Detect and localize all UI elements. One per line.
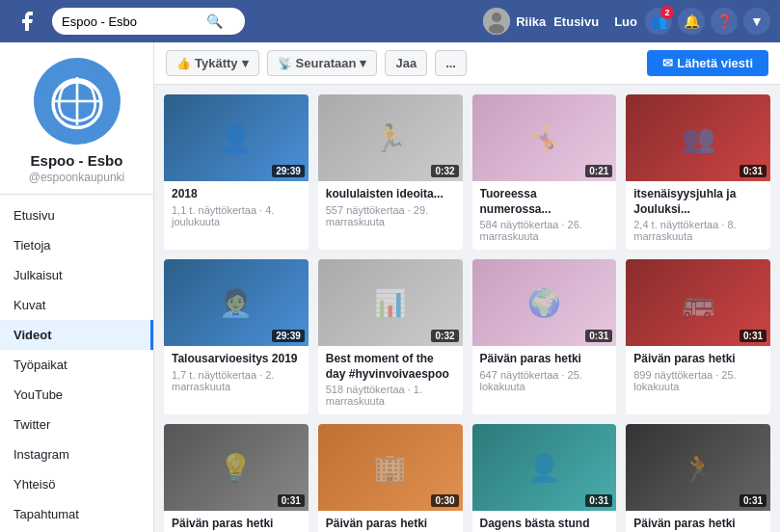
page-toolbar: 👍 Tykätty ▾ 📡 Seurataan ▾ Jaa ... ✉ Lähe… — [154, 42, 780, 85]
video-card[interactable]: 👤0:31Dagens bästa stund475 näyttökertaa … — [472, 424, 617, 532]
tykätty-label: Tykätty — [195, 56, 238, 70]
bell-icon: 🔔 — [684, 13, 700, 29]
sidebar-item-työpaikat[interactable]: Työpaikat — [0, 350, 153, 380]
facebook-logo[interactable] — [10, 4, 44, 39]
video-card[interactable]: 🏃0:31Päivän paras hetki914 näyttökertaa … — [626, 424, 770, 532]
avatar[interactable] — [483, 8, 510, 35]
video-info: Päivän paras hetki914 näyttökertaa · 25.… — [626, 511, 770, 532]
more-button[interactable]: ... — [435, 50, 467, 76]
question-icon: ❓ — [716, 13, 733, 29]
video-title: 2018 — [172, 187, 301, 202]
video-meta: 584 näyttökertaa · 26. marraskuuta — [480, 219, 609, 242]
video-info: Päivän paras hetki808 näyttökertaa · 25.… — [318, 511, 463, 532]
video-meta: 1,7 t. näyttökertaa · 2. marraskuuta — [172, 369, 301, 392]
sidebar-item-twitter[interactable]: Twitter — [0, 410, 153, 439]
video-info: Päivän paras hetki605 näyttökertaa · 25.… — [164, 511, 309, 532]
video-duration: 0:31 — [740, 165, 767, 177]
sidebar-item-tietoja[interactable]: Tietoja — [0, 230, 153, 260]
seurataan-button[interactable]: 📡 Seurataan ▾ — [267, 50, 378, 76]
video-title: Päivän paras hetki — [633, 517, 763, 532]
nav-etusivu[interactable]: Etusivu — [553, 14, 599, 29]
nav-luo[interactable]: Luo — [614, 14, 637, 29]
video-card[interactable]: 🤸0:21Tuoreessa numerossa...584 näyttöker… — [472, 94, 617, 250]
page-avatar[interactable] — [34, 58, 121, 145]
video-card[interactable]: 👥0:31itsenäisyysjuhla ja Jouluksi...2,4 … — [626, 94, 770, 250]
send-message-label: Lähetä viesti — [677, 56, 753, 70]
sidebar-item-kuvat[interactable]: Kuvat — [0, 290, 153, 320]
video-title: Tuoreessa numerossa... — [480, 187, 609, 217]
video-title: Best moment of the day #hyvinvoivaespoo — [326, 352, 455, 382]
video-meta: 647 näyttökertaa · 25. lokakuuta — [480, 369, 609, 392]
sidebar-item-videot[interactable]: Videot — [0, 320, 153, 350]
video-card[interactable]: 🌍0:31Päivän paras hetki647 näyttökertaa … — [472, 259, 617, 414]
sidebar-item-tapahtumat[interactable]: Tapahtumat — [0, 499, 153, 529]
chevron-down-icon: ▼ — [750, 13, 764, 29]
video-thumbnail: 🤸0:21 — [472, 94, 617, 181]
sidebar-item-youtube[interactable]: YouTube — [0, 380, 153, 410]
video-duration: 29:39 — [272, 330, 305, 342]
dropdown-icon2: ▾ — [360, 56, 366, 70]
video-title: itsenäisyysjuhla ja Jouluksi... — [633, 187, 763, 217]
video-meta: 518 näyttökertaa · 1. marraskuuta — [326, 384, 455, 407]
video-thumbnail: 👤0:31 — [472, 424, 617, 511]
more-label: ... — [445, 56, 456, 70]
video-info: koululaisten ideoita...557 näyttökertaa … — [318, 181, 463, 235]
video-info: Tuoreessa numerossa...584 näyttökertaa ·… — [472, 181, 617, 250]
video-thumbnail: 👤29:39 — [164, 94, 309, 181]
search-icon[interactable]: 🔍 — [206, 13, 223, 29]
video-card[interactable]: 🚌0:31Päivän paras hetki899 näyttökertaa … — [626, 259, 770, 414]
video-duration: 0:21 — [585, 165, 612, 177]
video-duration: 0:31 — [740, 494, 767, 507]
video-duration: 0:32 — [431, 330, 458, 342]
video-title: Päivän paras hetki — [326, 517, 455, 532]
video-card[interactable]: 🏢0:30Päivän paras hetki808 näyttökertaa … — [318, 424, 463, 532]
jaa-button[interactable]: Jaa — [385, 50, 427, 76]
video-card[interactable]: 🧑‍💼29:39Talousarvioesitys 20191,7 t. näy… — [164, 259, 309, 414]
sidebar-item-julkaisut[interactable]: Julkaisut — [0, 260, 153, 290]
video-thumbnail: 👥0:31 — [626, 94, 770, 181]
video-title: Päivän paras hetki — [633, 352, 763, 367]
content-area: 👍 Tykätty ▾ 📡 Seurataan ▾ Jaa ... ✉ Lähe… — [154, 42, 780, 532]
video-title: Talousarvioesitys 2019 — [172, 352, 301, 367]
sidebar-item-etusivu[interactable]: Etusivu — [0, 200, 153, 230]
nav-username[interactable]: Riika — [516, 14, 546, 29]
top-navigation: 🔍 Riika Etusivu Luo 👥 2 🔔 ❓ ▼ — [0, 0, 780, 42]
video-thumbnail: 📊0:32 — [318, 259, 463, 346]
video-duration: 0:32 — [431, 165, 458, 177]
video-thumbnail: 🏃0:31 — [626, 424, 770, 511]
video-card[interactable]: 💡0:31Päivän paras hetki605 näyttökertaa … — [164, 424, 309, 532]
nav-user: Riika — [483, 8, 546, 35]
video-thumbnail: 🏢0:30 — [318, 424, 463, 511]
rss-icon: 📡 — [278, 57, 292, 70]
tykätty-button[interactable]: 👍 Tykätty ▾ — [166, 50, 259, 76]
notifications-icon-button[interactable]: 🔔 — [678, 8, 705, 35]
nav-icons: 👥 2 🔔 ❓ ▼ — [645, 8, 770, 35]
chevron-down-icon-button[interactable]: ▼ — [743, 8, 770, 35]
video-card[interactable]: 🏃0:32koululaisten ideoita...557 näyttöke… — [318, 94, 463, 250]
search-bar[interactable]: 🔍 — [52, 8, 245, 35]
video-info: Päivän paras hetki899 näyttökertaa · 25.… — [626, 346, 770, 400]
video-info: itsenäisyysjuhla ja Jouluksi...2,4 t. nä… — [626, 181, 770, 250]
video-info: Talousarvioesitys 20191,7 t. näyttökerta… — [164, 346, 309, 400]
friends-icon-button[interactable]: 👥 2 — [645, 8, 672, 35]
video-title: Päivän paras hetki — [480, 352, 609, 367]
notification-badge: 2 — [660, 6, 674, 19]
sidebar-item-instagram[interactable]: Instagram — [0, 439, 153, 469]
video-thumbnail: 🚌0:31 — [626, 259, 770, 346]
video-card[interactable]: 👤29:3920181,1 t. näyttökertaa · 4. joulu… — [164, 94, 309, 250]
help-icon-button[interactable]: ❓ — [711, 8, 738, 35]
video-thumbnail: 💡0:31 — [164, 424, 309, 511]
svg-point-1 — [492, 13, 501, 22]
video-meta: 899 näyttökertaa · 25. lokakuuta — [633, 369, 763, 392]
seurataan-label: Seurataan — [296, 56, 357, 70]
video-duration: 0:31 — [740, 330, 767, 342]
video-meta: 1,1 t. näyttökertaa · 4. joulukuuta — [172, 204, 301, 227]
sidebar-item-yhteisö[interactable]: Yhteisö — [0, 469, 153, 499]
video-meta: 2,4 t. näyttökertaa · 8. marraskuuta — [633, 219, 763, 242]
video-card[interactable]: 📊0:32Best moment of the day #hyvinvoivae… — [318, 259, 463, 414]
search-input[interactable] — [62, 14, 206, 29]
video-duration: 0:31 — [585, 494, 612, 507]
video-info: 20181,1 t. näyttökertaa · 4. joulukuuta — [164, 181, 309, 235]
send-message-button[interactable]: ✉ Lähetä viesti — [647, 50, 768, 76]
video-thumbnail: 🌍0:31 — [472, 259, 617, 346]
